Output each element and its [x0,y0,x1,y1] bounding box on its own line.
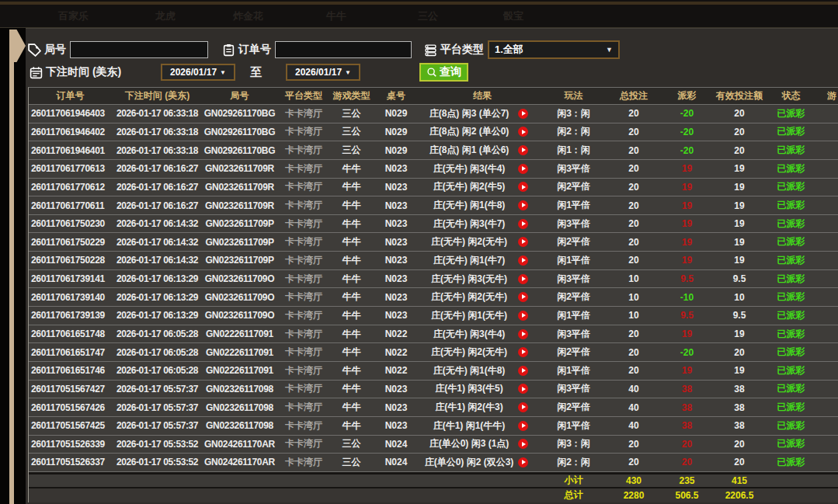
cell-result: 庄(8点) 闲2 (单公0) [420,123,544,141]
result-text: 庄(无牛) 闲3(牛4) [420,328,518,341]
cell-result: 庄(无牛) 闲3(牛7) [420,215,544,233]
play-video-icon[interactable] [518,366,528,376]
play-video-icon[interactable] [518,127,528,137]
cell-result: 庄(无牛) 闲3(牛4) [420,325,544,343]
empty-cell [770,488,812,502]
nav-tab[interactable]: 三公 [418,9,438,23]
nav-tab[interactable]: 龙虎 [155,9,176,23]
play-video-icon[interactable] [518,237,528,247]
result-text: 庄(牛1) 闲2(牛3) [420,401,518,414]
cell-table_no: N029 [372,123,420,141]
cell-round: GN02226117091 [203,343,276,361]
play-video-icon[interactable] [518,311,528,321]
empty-cell [29,488,112,502]
cell-bet: 20 [603,160,665,178]
game-no-input[interactable] [70,41,208,58]
cell-platform: 卡卡湾厅 [276,398,331,416]
play-video-icon[interactable] [518,164,528,174]
result-text: 庄(8点) 闲2 (单公0) [420,125,518,138]
play-video-icon[interactable] [518,274,528,284]
play-video-icon[interactable] [518,439,528,449]
cell-status: 已派彩 [770,123,812,141]
empty-cell [812,474,838,487]
bet-time-label-group: 下注时间 (美东) [30,63,125,82]
cell-status: 已派彩 [770,141,812,159]
cell-result: 庄(牛1) 闲2(牛3) [420,398,544,416]
date-from-select[interactable]: 2026/01/17 ▼ [161,64,235,81]
cell-platform: 卡卡湾厅 [276,343,331,361]
play-video-icon[interactable] [518,219,528,229]
cell-extra [812,252,838,269]
play-video-icon[interactable] [518,329,528,339]
empty-cell [420,488,544,502]
play-video-icon[interactable] [518,457,528,468]
cell-order: 260117061739140 [29,288,112,306]
cell-extra [812,196,838,214]
cell-order: 260117061739139 [29,307,112,325]
nav-tab[interactable]: 骰宝 [503,9,523,23]
cell-round: GN0232611709O [203,270,276,288]
cell-valid: 20 [709,141,770,159]
cell-result: 庄(8点) 闲3 (单公7) [420,105,544,123]
play-video-icon[interactable] [518,384,528,394]
cell-extra [812,307,838,325]
table-row: 2601170619464012026-01-17 06:33:18GN0292… [29,141,838,160]
cell-result: 庄(无牛) 闲1(牛8) [420,362,544,380]
cell-round: GN0232611709P [203,233,276,251]
cell-time: 2026-01-17 06:14:32 [112,252,203,269]
platform-type-label: 平台类型 [440,43,484,57]
cell-extra [812,343,838,361]
cell-bet: 20 [603,343,665,361]
cell-payout: 19 [665,215,709,233]
play-video-icon[interactable] [518,182,528,192]
cell-bet: 20 [603,362,665,380]
cell-game: 三公 [331,454,372,471]
cell-play: 闲2：闲 [544,454,603,471]
cell-platform: 卡卡湾厅 [276,362,331,380]
subtotal-row: 小计430235415 [29,472,838,487]
play-video-icon[interactable] [518,292,528,302]
date-from-arrow-icon: ▼ [220,69,226,76]
nav-tab[interactable]: 牛牛 [326,9,346,23]
cell-play: 闲3平倍 [544,381,603,398]
game-no-label: 局号 [44,43,66,57]
cell-payout: 19 [665,233,709,251]
sidebar-collapse-tab[interactable] [9,30,26,62]
nav-tab[interactable]: 百家乐 [58,9,89,23]
cell-play: 闲3平倍 [544,270,603,288]
cell-valid: 38 [709,398,770,416]
play-video-icon[interactable] [518,347,528,357]
empty-cell [112,488,203,502]
date-to-select[interactable]: 2026/01/17 ▼ [286,64,360,81]
play-video-icon[interactable] [518,255,528,266]
orders-table: 订单号下注时间 (美东)局号平台类型游戏类型桌号结果玩法总投注派彩有效投注额状态… [28,87,838,502]
cell-play: 闲1平倍 [544,362,603,380]
cell-status: 已派彩 [770,343,812,361]
cell-extra [812,381,838,398]
cell-extra [812,288,838,306]
play-video-icon[interactable] [518,145,528,155]
play-video-icon[interactable] [518,421,528,431]
cell-payout: -20 [665,123,709,141]
empty-cell [276,488,331,502]
calendar-icon [30,66,43,79]
cell-round: GN029261170BG [203,105,276,123]
search-button[interactable]: 查询 [419,63,468,82]
play-video-icon[interactable] [518,200,528,210]
date-to-arrow-icon: ▼ [345,69,351,76]
cell-extra [812,270,838,288]
cell-table_no: N023 [372,179,420,196]
order-no-input[interactable] [275,41,412,58]
platform-type-select[interactable]: 1.全部 ▼ [488,40,620,59]
play-video-icon[interactable] [518,402,528,412]
nav-tab[interactable]: 炸金花 [233,9,263,23]
cell-order: 260117061770612 [29,179,112,196]
subtotal-valid: 415 [709,474,770,487]
cell-time: 2026-01-17 06:05:28 [112,362,203,380]
play-video-icon[interactable] [518,109,528,119]
cell-round: GN0232611709R [203,179,276,196]
cell-bet: 10 [603,270,665,288]
cell-time: 2026-01-17 06:05:28 [112,343,203,361]
cell-game: 三公 [331,105,372,123]
empty-cell [331,488,372,502]
